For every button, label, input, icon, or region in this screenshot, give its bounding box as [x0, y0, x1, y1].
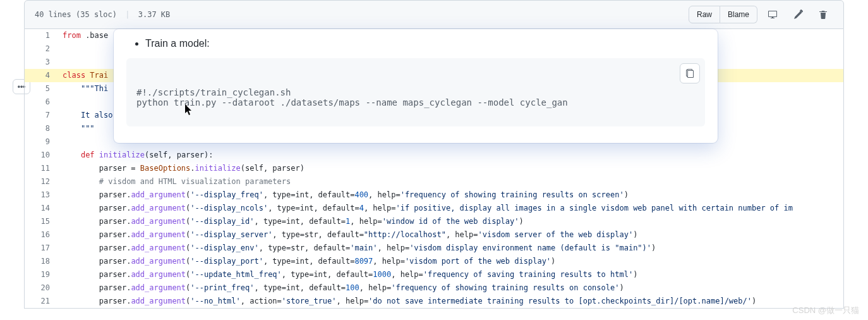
code-row: 11 parser = BaseOptions.initialize(self,…: [25, 162, 843, 175]
code-row: 17 parser.add_argument('--display_env', …: [25, 242, 843, 255]
raw-button[interactable]: Raw: [689, 6, 720, 23]
code-row: 10 def initialize(self, parser):: [25, 149, 843, 162]
file-header: 40 lines (35 sloc) | 3.37 KB Raw Blame: [24, 0, 844, 29]
code-row: 19 parser.add_argument('--update_html_fr…: [25, 268, 843, 281]
code-row: 18 parser.add_argument('--display_port',…: [25, 255, 843, 268]
code-row: 21 parser.add_argument('--no_html', acti…: [25, 295, 843, 308]
popover-bullet: Train a model:: [145, 38, 705, 49]
file-size: 3.37 KB: [138, 10, 171, 19]
desktop-icon[interactable]: [763, 6, 783, 23]
code-snippet: #!./scripts/train_cyclegan.sh python tra…: [126, 58, 705, 126]
snippet-line: #!./scripts/train_cyclegan.sh: [136, 87, 291, 97]
fn: initialize: [95, 151, 145, 159]
blame-button[interactable]: Blame: [720, 6, 757, 23]
code-row: 12 # visdom and HTML visualization param…: [25, 175, 843, 188]
kw: class: [63, 71, 85, 80]
snippet-line: python train.py --dataroot ./datasets/ma…: [136, 97, 568, 108]
code-row: 14 parser.add_argument('--display_ncols'…: [25, 202, 843, 215]
readme-popover: Train a model: #!./scripts/train_cyclega…: [114, 29, 718, 143]
kw: def: [81, 151, 95, 159]
divider: |: [125, 10, 130, 19]
file-info: 40 lines (35 sloc) | 3.37 KB: [35, 10, 170, 19]
code-row: 20 parser.add_argument('--print_freq', t…: [25, 281, 843, 295]
raw-blame-group: Raw Blame: [689, 6, 757, 23]
kw: from: [63, 31, 81, 40]
txt: Trai: [85, 71, 108, 80]
code-row: 15 parser.add_argument('--display_id', t…: [25, 215, 843, 228]
comment: # visdom and HTML visualization paramete…: [99, 177, 291, 186]
header-actions: Raw Blame: [689, 6, 833, 23]
trash-icon[interactable]: [813, 6, 833, 23]
code-row: 13 parser.add_argument('--display_freq',…: [25, 188, 843, 202]
str: """: [81, 124, 95, 133]
str: """Thi: [81, 84, 108, 93]
code-row: 16 parser.add_argument('--display_server…: [25, 228, 843, 242]
txt: .base: [81, 31, 108, 40]
lines-count: 40 lines (35 sloc): [35, 10, 117, 19]
copy-button[interactable]: [680, 63, 700, 83]
watermark-text: CSDN @做一只猫: [792, 305, 859, 316]
pencil-icon[interactable]: [788, 6, 808, 23]
